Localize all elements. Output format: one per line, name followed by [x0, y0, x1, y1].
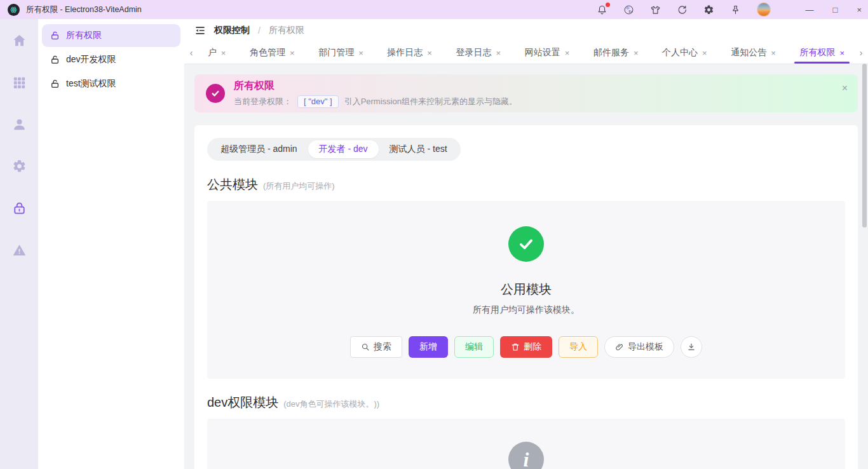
sidebar-item-all-permissions[interactable]: 所有权限: [42, 24, 180, 47]
permission-card: 超级管理员 - admin 开发者 - dev 测试人员 - test 公共模块…: [194, 125, 858, 469]
close-icon[interactable]: ×: [771, 48, 776, 58]
tab-all-permissions[interactable]: 所有权限×: [798, 42, 846, 64]
segment-dev[interactable]: 开发者 - dev: [308, 140, 379, 158]
tabs-next-icon[interactable]: ›: [857, 48, 865, 58]
theme-icon[interactable]: [650, 4, 661, 15]
segment-admin[interactable]: 超级管理员 - admin: [210, 140, 308, 158]
close-icon[interactable]: ×: [290, 48, 295, 58]
close-icon[interactable]: ×: [565, 48, 570, 58]
tabs-prev-icon[interactable]: ‹: [187, 48, 196, 58]
breadcrumb-current: 所有权限: [269, 25, 304, 36]
trash-icon: [511, 343, 520, 351]
settings-gear-icon[interactable]: [703, 4, 714, 15]
svg-text:中: 中: [626, 6, 630, 10]
app-logo-icon: [8, 4, 20, 16]
notification-dot: [606, 3, 610, 7]
delete-button[interactable]: 删除: [500, 336, 552, 358]
permission-alert: 所有权限 当前登录权限： [ "dev" ] 引入Permission组件来控制…: [194, 74, 858, 112]
tab-mail-service[interactable]: 邮件服务×: [592, 42, 640, 64]
common-module-desc: 所有用户均可操作该模块。: [473, 304, 580, 316]
alert-suffix: 引入Permission组件来控制元素的显示与隐藏。: [344, 96, 517, 107]
gear-icon[interactable]: [12, 159, 27, 173]
sidebar-item-label: 所有权限: [66, 30, 102, 41]
download-icon: [687, 343, 696, 351]
tab-login-log[interactable]: 登录日志×: [455, 42, 503, 64]
sidebar-item-label: dev开发权限: [66, 54, 116, 65]
user-icon[interactable]: [12, 117, 27, 132]
avatar[interactable]: [757, 3, 771, 17]
svg-text:En: En: [628, 10, 632, 13]
apps-grid-icon[interactable]: [12, 75, 27, 90]
search-button[interactable]: 搜索: [350, 336, 402, 358]
sidebar-item-test-permissions[interactable]: test测试权限: [42, 72, 180, 95]
paperclip-icon: [615, 343, 624, 351]
window-title: 所有权限 - Electron38-ViteAdmin: [26, 4, 142, 15]
search-icon: [361, 343, 370, 351]
permission-tag: [ "dev" ]: [297, 95, 339, 108]
check-badge-icon: [206, 84, 225, 103]
export-template-button[interactable]: 导出模板: [604, 336, 674, 358]
alert-title: 所有权限: [234, 79, 517, 93]
download-button[interactable]: [681, 336, 702, 358]
info-icon: i: [508, 442, 544, 469]
maximize-button[interactable]: □: [833, 6, 838, 14]
close-icon[interactable]: ×: [496, 48, 501, 58]
warning-icon[interactable]: [12, 243, 27, 257]
close-icon[interactable]: ×: [839, 48, 844, 58]
close-icon[interactable]: ×: [221, 48, 226, 58]
section-note-common: (所有用户均可操作): [263, 180, 335, 192]
import-button[interactable]: 导入: [559, 336, 598, 358]
pin-icon[interactable]: [730, 4, 741, 15]
home-icon[interactable]: [12, 33, 27, 48]
permission-sidebar: 所有权限 dev开发权限 test测试权限: [38, 19, 184, 469]
breadcrumb-separator: /: [258, 25, 261, 36]
unlock-icon: [50, 55, 60, 65]
close-icon[interactable]: ×: [702, 48, 707, 58]
section-note-dev: (dev角色可操作该模块。)): [283, 398, 379, 410]
menu-fold-icon[interactable]: [194, 25, 206, 36]
section-title-common: 公共模块: [207, 176, 258, 193]
dev-module-panel: i: [207, 419, 845, 469]
success-check-icon: [508, 226, 544, 262]
breadcrumb-bar: 权限控制 / 所有权限: [184, 19, 868, 42]
bell-icon[interactable]: [597, 4, 607, 15]
close-icon[interactable]: ×: [427, 48, 432, 58]
translate-icon[interactable]: 中 En: [623, 4, 634, 15]
alert-close-icon[interactable]: ×: [842, 83, 848, 93]
tab-departments[interactable]: 部门管理×: [317, 42, 365, 64]
tab-site-settings[interactable]: 网站设置×: [524, 42, 571, 64]
segment-test[interactable]: 测试人员 - test: [379, 140, 458, 158]
icon-rail: [0, 19, 38, 469]
minimize-button[interactable]: —: [806, 6, 814, 14]
close-window-button[interactable]: ×: [857, 6, 862, 14]
tab-operation-log[interactable]: 操作日志×: [386, 42, 433, 64]
common-module-panel: 公用模块 所有用户均可操作该模块。 搜索 新增: [207, 201, 845, 379]
scrollbar-thumb[interactable]: [862, 64, 867, 228]
alert-prefix: 当前登录权限：: [234, 96, 292, 107]
tab-announcements[interactable]: 通知公告×: [729, 42, 777, 64]
tab-user[interactable]: 户×: [207, 42, 227, 64]
close-icon[interactable]: ×: [634, 48, 639, 58]
tab-profile[interactable]: 个人中心×: [661, 42, 709, 64]
role-segmented-control: 超级管理员 - admin 开发者 - dev 测试人员 - test: [207, 138, 461, 161]
unlock-icon: [50, 79, 60, 89]
close-icon[interactable]: ×: [358, 48, 363, 58]
refresh-icon[interactable]: [677, 4, 688, 15]
sidebar-item-dev-permissions[interactable]: dev开发权限: [42, 48, 180, 71]
page-content: 所有权限 当前登录权限： [ "dev" ] 引入Permission组件来控制…: [184, 64, 868, 469]
section-title-dev: dev权限模块: [207, 394, 278, 411]
tab-bar: ‹ 户× 角色管理× 部门管理× 操作日志× 登录日志× 网站设置× 邮件服务×…: [184, 42, 868, 64]
lock-icon[interactable]: [12, 201, 27, 215]
add-button[interactable]: 新增: [409, 336, 448, 358]
tab-roles[interactable]: 角色管理×: [248, 42, 296, 64]
titlebar: 所有权限 - Electron38-ViteAdmin 中 En: [0, 0, 868, 19]
unlock-icon: [50, 31, 60, 41]
sidebar-item-label: test测试权限: [66, 78, 116, 90]
breadcrumb-parent[interactable]: 权限控制: [214, 25, 250, 36]
edit-button[interactable]: 编辑: [454, 336, 494, 358]
action-buttons: 搜索 新增 编辑: [350, 336, 702, 358]
common-module-heading: 公用模块: [501, 281, 552, 298]
